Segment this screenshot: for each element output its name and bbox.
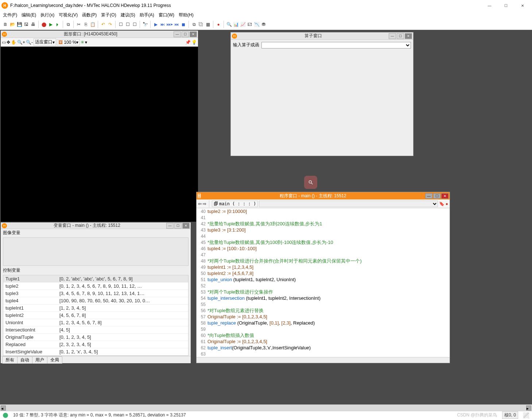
export-icon[interactable]: ⧉ <box>65 21 71 28</box>
prog-minimize-button[interactable]: — <box>425 193 432 199</box>
var-close-button[interactable]: ✕ <box>182 223 190 229</box>
maximize-button[interactable]: ☐ <box>498 0 514 11</box>
toggle3-icon[interactable]: ☐ <box>131 21 138 28</box>
redo-icon[interactable]: ↷ <box>107 21 113 28</box>
more-icon[interactable]: ▾ <box>85 40 87 45</box>
variable-row[interactable]: tuple4[100, 90, 80, 70, 60, 50, 40, 30, … <box>3 297 188 304</box>
app-horizontal-scrollbar[interactable]: ◂ ▸ <box>0 404 532 411</box>
code-line[interactable]: 61OriginalTuple := [0,1,2,3,4,5] <box>197 338 450 345</box>
step-into-icon[interactable]: ⏮▶ <box>166 21 173 28</box>
scroll-left-button[interactable]: ◂ <box>1 406 6 411</box>
code-line[interactable]: 47 <box>197 252 450 258</box>
menu-assist[interactable]: 助手(A) <box>138 11 156 19</box>
operator-input[interactable] <box>261 42 411 49</box>
zoom-fit-icon[interactable]: 🔍 <box>226 21 232 28</box>
undo-icon[interactable]: ↶ <box>100 21 106 28</box>
menu-window[interactable]: 窗口(W) <box>157 11 176 19</box>
variable-row[interactable]: tuple2[0, 1, 2, 3, 4, 5, 6, 7, 8, 9, 10,… <box>3 283 188 290</box>
code-line[interactable]: 43tuple3 := [3:1:200] <box>197 227 450 233</box>
save-icon[interactable]: 💾 <box>16 21 23 28</box>
variable-row[interactable]: IntersectionInt[4, 5] <box>3 326 188 334</box>
code-line[interactable]: 52 <box>197 283 450 289</box>
chart1-icon[interactable]: 📊 <box>233 21 239 28</box>
prog-maximize-button[interactable]: ☐ <box>433 193 440 199</box>
step-over-icon[interactable]: ⏭ <box>159 21 166 28</box>
cut-icon[interactable]: ✂ <box>75 21 82 28</box>
code-line[interactable]: 45*批量给Tuple数组赋值,其值为100到-100连续数值,步长为-10 <box>197 239 450 245</box>
variable-row[interactable]: UnionInt[1, 2, 3, 4, 5, 6, 7, 8] <box>3 319 188 326</box>
menu-file[interactable]: 文件(F) <box>1 11 19 19</box>
code-line[interactable]: 49tupleInt1 := [1,2,3,4,5] <box>197 264 450 270</box>
menu-suggest[interactable]: 建议(S) <box>119 11 137 19</box>
run-icon[interactable]: ▶ <box>152 21 159 28</box>
prog-close-button[interactable]: ✕ <box>441 193 448 199</box>
step-back-icon[interactable]: ⏮ <box>173 21 180 28</box>
tab-auto[interactable]: 自动 <box>17 356 32 364</box>
bulb-icon[interactable]: 💡 <box>191 40 197 45</box>
zoomout-icon[interactable]: 🔍- <box>26 40 33 45</box>
code-line[interactable]: 44 <box>197 233 450 239</box>
pointer-icon[interactable]: ▭ <box>2 40 6 45</box>
new-file-icon[interactable]: 🗎 <box>2 21 9 28</box>
variable-row[interactable]: Tuple1[0, 2, 'abc', 'abc', 'abc', 5, 6, … <box>3 275 188 283</box>
code-line[interactable]: 59 <box>197 326 450 332</box>
variable-row[interactable]: InsertSingleValue[0, 1, 2, 'x', 3, 4, 5] <box>3 348 188 356</box>
code-line[interactable]: 58tuple_replace (OriginalTuple, [0,1], [… <box>197 320 450 326</box>
minimize-button[interactable]: — <box>481 0 498 11</box>
close-button[interactable]: ✕ <box>514 0 531 11</box>
nav-back-icon[interactable]: ⇦ <box>198 201 202 206</box>
open-folder-icon[interactable]: 📂 <box>9 21 16 28</box>
bp-toggle-icon[interactable]: ● <box>446 201 448 206</box>
editor-horizontal-scrollbar[interactable] <box>197 357 450 363</box>
code-line[interactable]: 62tuple_insert(OriginalTuple,3,'x',Inser… <box>197 345 450 351</box>
variable-row[interactable]: tupleInt2[4, 5, 6, 7, 8] <box>3 312 188 319</box>
win-tile-icon[interactable]: ▦ <box>205 21 211 28</box>
print-icon[interactable]: 🖶 <box>30 21 36 28</box>
hand-icon[interactable]: ✋ <box>11 40 16 45</box>
record-icon[interactable]: ⬤ <box>40 21 47 28</box>
cursor-icon[interactable]: ✥ <box>7 40 10 45</box>
menu-function[interactable]: 函数(P) <box>81 11 98 19</box>
code-line[interactable]: 53*对两个Tuple数组进行交集操作 <box>197 289 450 295</box>
menu-exec[interactable]: 执行(x) <box>39 11 56 19</box>
variable-row[interactable]: Replaced[2, 3, 2, 3, 4, 5] <box>3 341 188 348</box>
chart3-icon[interactable]: 🗠 <box>246 21 253 28</box>
code-line[interactable]: 42*批量给Tuple数组赋值,其值为3到200连续数值,步长为1 <box>197 221 450 227</box>
variable-row[interactable]: OriginalTuple[0, 1, 2, 3, 4, 5] <box>3 334 188 341</box>
code-line[interactable]: 57OriginalTuple := [0,1,2,3,4,5] <box>197 314 450 320</box>
gfx-close-button[interactable]: ✕ <box>190 31 197 37</box>
code-editor[interactable]: 40tuple2 := [0:10000]4142*批量给Tuple数组赋值,其… <box>197 208 450 357</box>
toggle1-icon[interactable]: ☐ <box>117 21 124 28</box>
gfx-maximize-button[interactable]: ☐ <box>182 31 189 37</box>
binoculars-icon[interactable]: 🔭 <box>142 21 148 28</box>
graphics-canvas[interactable] <box>1 47 198 222</box>
code-line[interactable]: 56*对Tuple数组元素进行替换 <box>197 307 450 314</box>
copy-icon[interactable]: ⎘ <box>82 21 89 28</box>
var-minimize-button[interactable]: — <box>166 223 174 229</box>
code-line[interactable]: 48*对两个Tuple数组进行合并操作(合并时对于相同元素的值只保留其中一个) <box>197 258 450 264</box>
procedure-selector[interactable] <box>259 201 438 207</box>
bookmark-icon[interactable]: 🔖 <box>439 201 444 206</box>
resize-grip-icon[interactable] <box>523 412 529 418</box>
play-icon[interactable]: ▶ <box>47 21 54 28</box>
menu-help[interactable]: 帮助(H) <box>177 11 195 19</box>
paste-icon[interactable]: 📋 <box>89 21 96 28</box>
code-line[interactable]: 60*向Tuple数组插入数值 <box>197 332 450 338</box>
code-line[interactable]: 51tuple_union (tupleInt1, tupleInt2, Uni… <box>197 276 450 283</box>
code-line[interactable]: 50tupleInt2 := [4,5,6,7,8] <box>197 270 450 276</box>
code-line[interactable]: 46tuple4 := [100:-10:-100] <box>197 245 450 252</box>
breakpoint-icon[interactable]: ● <box>215 21 222 28</box>
nav-fwd-icon[interactable]: ⇨ <box>203 201 206 206</box>
win-cascade-icon[interactable]: ⿻ <box>198 21 204 28</box>
scroll-right-button[interactable]: ▸ <box>526 406 531 411</box>
settings-icon[interactable]: ⛃ <box>260 21 267 28</box>
pin-icon[interactable]: 📌 <box>185 40 191 45</box>
overlay-icon[interactable]: ✳ <box>81 40 84 45</box>
code-line[interactable]: 55 <box>197 301 450 307</box>
menu-operator[interactable]: 算子(O) <box>100 11 117 19</box>
play2-icon[interactable]: ⏵ <box>54 21 61 28</box>
code-line[interactable]: 63 <box>197 351 450 357</box>
chart2-icon[interactable]: 📈 <box>240 21 246 28</box>
code-line[interactable]: 41 <box>197 214 450 221</box>
zoom-dropdown[interactable]: 🖼 100 % ▾ <box>57 39 80 46</box>
